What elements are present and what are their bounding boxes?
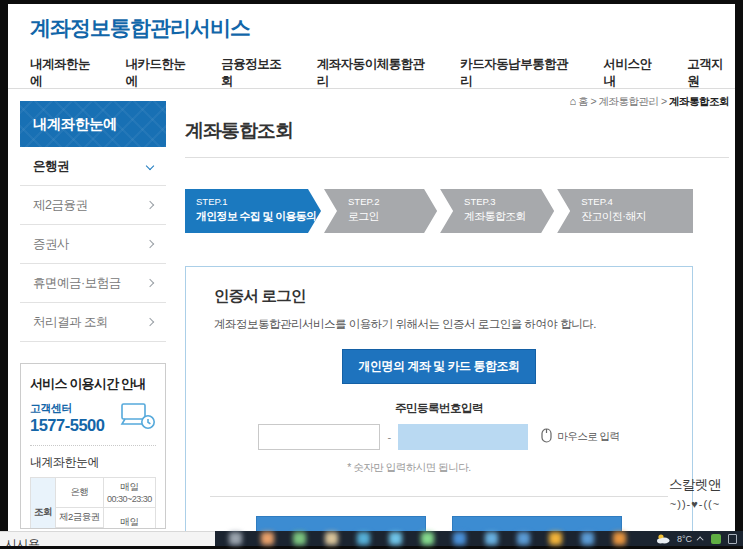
nav-item-auto-payment[interactable]: 카드자동납부통합관리: [460, 56, 579, 90]
taskbar-app-icon[interactable]: [453, 532, 466, 545]
system-tray: 8°C: [656, 531, 737, 546]
taskbar-app-icon[interactable]: [485, 532, 498, 545]
step-indicator: STEP.1 개인정보 수집 및 이용동의 STEP.2 로그인 STEP.3 …: [185, 189, 693, 233]
main-content: ⌂ 홈 > 계좌통합관리 > 계좌통합조회 계좌통합조회 STEP.1 개인정보…: [185, 95, 729, 531]
taskbar-app-icon[interactable]: [229, 532, 242, 545]
chevron-right-icon: [146, 279, 154, 287]
sidebar-item-dormant-deposits[interactable]: 휴면예금·보험금: [20, 264, 166, 303]
monitor-clock-icon: [120, 402, 156, 434]
taskbar-app-icon[interactable]: [389, 532, 402, 545]
browser-viewport: 계좌정보통합관리서비스 내계좌한눈에 내카드한눈에 금융정보조회 계좌자동이체통…: [8, 4, 735, 531]
taskbar-app-icon[interactable]: [357, 532, 370, 545]
rrn-label: 주민등록번호입력: [214, 401, 664, 416]
breadcrumb: ⌂ 홈 > 계좌통합관리 > 계좌통합조회: [185, 95, 729, 109]
taskbar-app-icon[interactable]: [581, 532, 594, 545]
taskbar-app-icon[interactable]: [421, 532, 434, 545]
nav-item-auto-transfer[interactable]: 계좌자동이체통합관리: [317, 56, 436, 90]
taskbar-app-icons: [229, 532, 645, 545]
browser-status-bar: 시시용: [0, 531, 215, 546]
watermark-flourish-icon: ~))-♥-((~: [652, 498, 735, 510]
rrn-front-input[interactable]: [258, 424, 380, 450]
nav-divider: [8, 88, 735, 89]
taskbar-app-icon[interactable]: [293, 532, 306, 545]
tray-gray-app-icon[interactable]: [728, 534, 737, 544]
taskbar-app-icon[interactable]: [613, 532, 626, 545]
customer-center-phone: 1577-5500: [30, 416, 104, 435]
nav-item-my-accounts[interactable]: 내계좌한눈에: [30, 56, 102, 90]
chevron-down-icon: [146, 162, 154, 170]
nav-item-service-guide[interactable]: 서비스안내: [604, 56, 664, 90]
bottom-bar: 시시용 8°C: [0, 531, 743, 546]
step-1-active: STEP.1 개인정보 수집 및 이용동의: [185, 189, 321, 233]
watermark: 스칼렛앤 ~))-♥-((~: [652, 476, 735, 510]
tray-expand-icon[interactable]: [697, 536, 704, 543]
hours-other-time-cell: 매일 09:00~22:00: [103, 508, 155, 530]
service-hours-box: 서비스 이용시간 안내 고객센터 1577-5500: [20, 363, 166, 529]
breadcrumb-level1[interactable]: 계좌통합관리: [599, 95, 659, 107]
mouse-input-label: 마우스로 입력: [557, 430, 619, 444]
chevron-right-icon: [146, 201, 154, 209]
login-box-divider: [210, 496, 668, 497]
mouse-input-toggle[interactable]: 마우스로 입력: [541, 428, 619, 447]
sidebar-header: 내계좌한눈에: [20, 101, 166, 147]
weather-icon[interactable]: [656, 530, 670, 548]
rrn-input-row: - 마우스로 입력: [214, 424, 664, 450]
step-2: STEP.2 로그인: [324, 189, 437, 233]
site-logo[interactable]: 계좌정보통합관리서비스: [30, 14, 250, 42]
hours-section-label: 내계좌한눈에: [30, 454, 156, 471]
hours-group-cell: 조회: [31, 478, 56, 530]
temperature-label[interactable]: 8°C: [677, 534, 692, 544]
mouse-icon: [541, 428, 552, 447]
sidebar-item-secondary-financial[interactable]: 제2금융권: [20, 186, 166, 225]
certificate-login-box: 인증서 로그인 계좌정보통합관리서비스를 이용하기 위해서는 인증서 로그인을 …: [185, 266, 693, 531]
login-heading: 인증서 로그인: [214, 286, 664, 307]
sidebar-item-banks[interactable]: 은행권: [20, 147, 166, 186]
sidebar-item-results[interactable]: 처리결과 조회: [20, 303, 166, 342]
taskbar-app-icon[interactable]: [517, 532, 530, 545]
rrn-dash: -: [387, 431, 391, 443]
taskbar-app-icon[interactable]: [325, 532, 338, 545]
rrn-back-input[interactable]: [398, 424, 528, 450]
personal-inquiry-button[interactable]: 개인명의 계좌 및 카드 통합조회: [342, 349, 537, 384]
hours-bank-cell: 은행: [56, 478, 104, 508]
breadcrumb-home[interactable]: 홈: [578, 95, 588, 107]
nav-item-my-cards[interactable]: 내카드한눈에: [126, 56, 198, 90]
rrn-note: * 숫자만 입력하시면 됩니다.: [214, 461, 664, 475]
chevron-right-icon: [146, 318, 154, 326]
dotted-divider: [30, 445, 156, 446]
certificate-buttons: 공동인증서 로그인 금융인증서 로그인: [214, 516, 664, 531]
customer-center-label: 고객센터: [30, 401, 104, 416]
taskbar-app-icon[interactable]: [549, 532, 562, 545]
breadcrumb-current: 계좌통합조회: [669, 95, 729, 107]
sidebar: 내계좌한눈에 은행권 제2금융권 증권사 휴면예금·보험금 처리결과 조회: [20, 101, 166, 529]
nav-item-financial-info[interactable]: 금융정보조회: [221, 56, 293, 90]
watermark-name: 스칼렛앤: [652, 476, 735, 494]
sidebar-item-securities[interactable]: 증권사: [20, 225, 166, 264]
financial-certificate-login-button[interactable]: 금융인증서 로그인: [452, 516, 622, 531]
taskbar: 8°C: [215, 531, 743, 546]
joint-certificate-login-button[interactable]: 공동인증서 로그인: [256, 516, 426, 531]
page-title: 계좌통합조회: [185, 118, 729, 144]
home-icon[interactable]: ⌂: [569, 95, 575, 107]
hours-bank-time-cell: 매일 00:30~23:30: [103, 478, 155, 508]
taskbar-app-icon[interactable]: [261, 532, 274, 545]
status-text: 시시용: [5, 536, 40, 546]
screen: 계좌정보통합관리서비스 내계좌한눈에 내카드한눈에 금융정보조회 계좌자동이체통…: [0, 0, 743, 549]
nav-item-customer-support[interactable]: 고객지원: [687, 56, 735, 90]
login-description: 계좌정보통합관리서비스를 이용하기 위해서는 인증서 로그인을 하여야 합니다.: [214, 317, 664, 332]
service-hours-title: 서비스 이용시간 안내: [30, 375, 156, 393]
hours-secondary-cell: 제2금융권: [56, 508, 104, 528]
service-hours-table: 조회 은행 매일 00:30~23:30 제2금융권 매일 09:00~22:0…: [30, 477, 156, 529]
chevron-right-icon: [146, 240, 154, 248]
title-divider: [185, 157, 729, 158]
step-3: STEP.3 계좌통합조회: [440, 189, 554, 233]
step-4: STEP.4 잔고이전·해지: [557, 189, 693, 233]
main-nav: 내계좌한눈에 내카드한눈에 금융정보조회 계좌자동이체통합관리 카드자동납부통합…: [30, 56, 735, 90]
hours-securities-cell: 증권사: [56, 528, 104, 530]
tray-green-app-icon[interactable]: [711, 534, 721, 544]
